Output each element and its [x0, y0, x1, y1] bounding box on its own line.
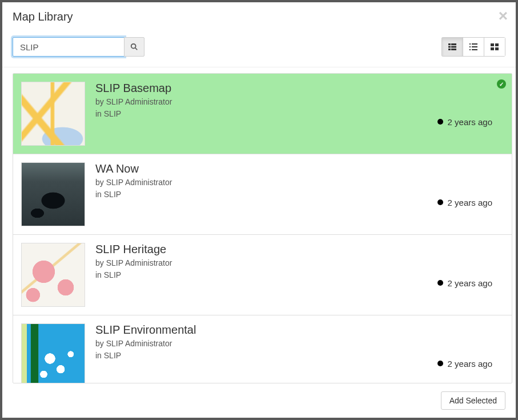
view-toggle-group — [441, 37, 505, 57]
time-text: 2 years ago — [448, 359, 492, 369]
item-collection: in SLIP — [95, 350, 432, 362]
map-thumbnail — [21, 82, 85, 146]
item-title: SLIP Basemap — [95, 82, 432, 95]
view-list-button[interactable] — [463, 37, 484, 57]
svg-rect-14 — [491, 43, 494, 46]
item-author: by SLIP Administrator — [95, 338, 432, 350]
toolbar — [2, 37, 516, 67]
dialog-title: Map Library — [13, 10, 505, 23]
add-selected-button[interactable]: Add Selected — [441, 391, 505, 410]
list-icon — [469, 43, 477, 51]
map-thumbnail — [21, 323, 85, 383]
item-body: SLIP Environmentalby SLIP Administratori… — [95, 323, 504, 383]
item-info: SLIP Basemapby SLIP Administratorin SLIP — [95, 82, 432, 146]
time-text: 2 years ago — [448, 117, 492, 127]
svg-rect-2 — [448, 43, 451, 45]
item-info: WA Nowby SLIP Administratorin SLIP — [95, 162, 432, 226]
svg-point-0 — [131, 44, 136, 49]
clock-icon — [437, 199, 443, 205]
item-info: SLIP Heritageby SLIP Administratorin SLI… — [95, 243, 432, 307]
item-collection: in SLIP — [95, 269, 432, 281]
svg-rect-11 — [472, 46, 477, 47]
item-collection: in SLIP — [95, 189, 432, 201]
svg-rect-6 — [448, 49, 451, 50]
view-grid-button[interactable] — [484, 37, 505, 57]
svg-rect-16 — [491, 47, 494, 50]
clock-icon — [437, 119, 443, 125]
search-icon — [130, 43, 138, 51]
list-item[interactable]: WA Nowby SLIP Administratorin SLIP2 year… — [13, 154, 512, 235]
item-title: SLIP Heritage — [95, 243, 432, 256]
results-list[interactable]: SLIP Basemapby SLIP Administratorin SLIP… — [13, 73, 512, 383]
svg-rect-3 — [451, 43, 456, 45]
dialog-footer: Add Selected — [2, 383, 516, 418]
close-icon[interactable]: × — [499, 8, 508, 24]
item-title: SLIP Environmental — [95, 323, 432, 337]
item-body: SLIP Basemapby SLIP Administratorin SLIP… — [95, 82, 504, 146]
clock-icon — [437, 361, 443, 366]
selected-check-icon: ✓ — [497, 79, 506, 89]
map-thumbnail — [21, 243, 85, 307]
item-timestamp: 2 years ago — [437, 323, 504, 383]
th-large-icon — [491, 43, 499, 51]
item-author: by SLIP Administrator — [95, 96, 432, 108]
svg-rect-13 — [472, 49, 477, 50]
item-author: by SLIP Administrator — [95, 257, 432, 269]
clock-icon — [437, 280, 443, 286]
search-input[interactable] — [13, 37, 125, 57]
item-timestamp: 2 years ago — [437, 162, 504, 226]
svg-rect-12 — [469, 49, 471, 50]
search-button[interactable] — [124, 37, 144, 57]
time-text: 2 years ago — [448, 198, 492, 207]
svg-line-1 — [135, 48, 138, 50]
item-timestamp: 2 years ago — [437, 243, 504, 307]
map-thumbnail — [21, 162, 85, 226]
item-title: WA Now — [95, 162, 432, 175]
results-container: SLIP Basemapby SLIP Administratorin SLIP… — [2, 67, 516, 383]
svg-rect-15 — [495, 43, 499, 46]
item-author: by SLIP Administrator — [95, 177, 432, 189]
svg-rect-8 — [469, 43, 471, 45]
list-item[interactable]: SLIP Basemapby SLIP Administratorin SLIP… — [13, 74, 512, 154]
svg-rect-10 — [469, 46, 471, 47]
svg-rect-7 — [451, 49, 456, 50]
dialog-header: Map Library × — [2, 2, 516, 37]
map-library-dialog: Map Library × — [2, 2, 516, 418]
item-body: WA Nowby SLIP Administratorin SLIP2 year… — [95, 162, 504, 226]
view-detailed-button[interactable] — [441, 37, 463, 57]
time-text: 2 years ago — [448, 278, 492, 288]
svg-rect-9 — [472, 43, 477, 45]
item-info: SLIP Environmentalby SLIP Administratori… — [95, 323, 432, 383]
item-collection: in SLIP — [95, 108, 432, 120]
list-item[interactable]: SLIP Environmentalby SLIP Administratori… — [13, 315, 512, 383]
th-list-icon — [448, 43, 456, 51]
item-timestamp: 2 years ago — [437, 82, 504, 146]
svg-rect-4 — [448, 46, 451, 48]
svg-rect-5 — [451, 46, 456, 48]
item-body: SLIP Heritageby SLIP Administratorin SLI… — [95, 243, 504, 307]
search-group — [13, 37, 144, 57]
svg-rect-17 — [495, 47, 499, 50]
list-item[interactable]: SLIP Heritageby SLIP Administratorin SLI… — [13, 235, 512, 315]
